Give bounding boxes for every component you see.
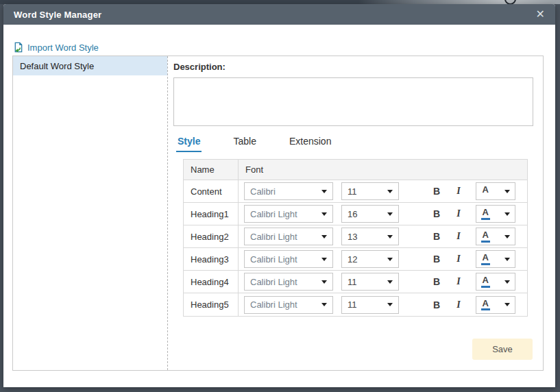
font-color-icon: A — [481, 275, 490, 288]
font-color-icon: A — [481, 253, 490, 265]
font-color-icon: A — [481, 230, 490, 243]
import-word-style-link[interactable]: Import Word Style — [13, 42, 99, 53]
tab-extension[interactable]: Extension — [288, 134, 332, 152]
tab-bar: Style Table Extension — [173, 134, 537, 152]
font-family-select[interactable]: Calibri Light — [244, 250, 333, 268]
chevron-down-icon — [504, 212, 510, 216]
font-size-select[interactable]: 11 — [341, 182, 399, 200]
chevron-down-icon — [321, 235, 327, 238]
import-icon — [13, 42, 23, 53]
header-font: Font — [239, 160, 527, 180]
font-family-select[interactable]: Calibri Light — [244, 205, 333, 223]
font-size-select[interactable]: 16 — [341, 205, 399, 223]
chevron-down-icon — [387, 212, 393, 216]
font-family-select[interactable]: Calibri Light — [244, 296, 333, 314]
font-size-select[interactable]: 11 — [341, 273, 399, 291]
chevron-down-icon — [504, 303, 510, 306]
table-row: Heading2 Calibri Light 13 B I — [184, 225, 527, 248]
chevron-down-icon — [504, 190, 510, 193]
list-item-default-word-style[interactable]: Default Word Style — [13, 56, 167, 75]
header-name: Name — [184, 160, 239, 180]
table-row: Heading1 Calibri Light 16 B I — [184, 203, 527, 225]
chevron-down-icon — [321, 303, 327, 306]
list-item-label: Default Word Style — [20, 61, 94, 71]
italic-button[interactable]: I — [456, 276, 460, 287]
description-textarea[interactable] — [173, 77, 533, 126]
style-name: Heading4 — [184, 271, 239, 293]
font-color-icon: A — [481, 299, 490, 311]
table-row: Heading4 Calibri Light 11 B I — [184, 271, 527, 293]
bold-button[interactable]: B — [433, 254, 440, 265]
tab-style[interactable]: Style — [176, 134, 202, 152]
italic-button[interactable]: I — [456, 254, 460, 265]
content-box: Default Word Style Description: Style Ta… — [12, 56, 544, 371]
chevron-down-icon — [387, 258, 393, 261]
italic-button[interactable]: I — [456, 231, 460, 242]
font-color-select[interactable]: A — [476, 250, 515, 268]
import-link-label: Import Word Style — [27, 42, 99, 53]
tab-table[interactable]: Table — [232, 134, 257, 152]
font-color-select[interactable]: A — [476, 273, 515, 291]
font-size-select[interactable]: 13 — [341, 228, 399, 245]
font-color-icon: A — [481, 208, 490, 220]
save-button[interactable]: Save — [472, 339, 533, 360]
font-color-select[interactable]: A — [476, 296, 515, 314]
description-label: Description: — [173, 62, 537, 72]
font-family-select[interactable]: Calibri Light — [244, 273, 333, 291]
close-icon[interactable]: ✕ — [536, 9, 545, 20]
font-color-icon: A — [481, 185, 490, 197]
bold-button[interactable]: B — [433, 299, 440, 310]
font-color-select[interactable]: A — [476, 228, 515, 245]
font-family-select[interactable]: Calibri Light — [244, 228, 333, 245]
table-header-row: Name Font — [184, 160, 527, 180]
font-color-select[interactable]: A — [476, 182, 515, 200]
word-style-manager-dialog: Word Style Manager ✕ Import Word Style D… — [3, 4, 555, 387]
style-table: Name Font Content Calibri 11 — [183, 159, 528, 317]
italic-button[interactable]: I — [456, 299, 460, 310]
chevron-down-icon — [504, 280, 510, 284]
style-detail-panel: Description: Style Table Extension Name … — [168, 56, 543, 370]
dialog-title: Word Style Manager — [14, 10, 101, 20]
italic-button[interactable]: I — [456, 208, 460, 219]
bold-button[interactable]: B — [433, 186, 440, 197]
bold-button[interactable]: B — [433, 276, 440, 287]
bold-button[interactable]: B — [433, 231, 440, 242]
table-row: Content Calibri 11 B I — [184, 180, 527, 203]
chevron-down-icon — [321, 190, 327, 193]
chevron-down-icon — [504, 235, 510, 238]
chevron-down-icon — [387, 190, 393, 193]
chevron-down-icon — [387, 235, 393, 238]
italic-button[interactable]: I — [456, 186, 460, 197]
style-name: Heading3 — [184, 248, 239, 270]
dialog-titlebar: Word Style Manager ✕ — [3, 4, 555, 25]
chevron-down-icon — [387, 303, 393, 306]
table-row: Heading3 Calibri Light 12 B I — [184, 248, 527, 271]
table-row: Heading5 Calibri Light 11 B I — [184, 293, 527, 316]
chevron-down-icon — [321, 280, 327, 284]
style-name: Content — [184, 180, 239, 202]
chevron-down-icon — [321, 258, 327, 261]
style-name: Heading5 — [184, 293, 239, 316]
bold-button[interactable]: B — [433, 208, 440, 219]
font-family-select[interactable]: Calibri — [244, 182, 333, 200]
font-size-select[interactable]: 12 — [341, 250, 399, 268]
dialog-body: Import Word Style Default Word Style Des… — [3, 25, 555, 387]
style-name: Heading2 — [184, 225, 239, 247]
font-size-select[interactable]: 11 — [341, 296, 399, 314]
style-name: Heading1 — [184, 203, 239, 225]
chevron-down-icon — [321, 212, 327, 216]
chevron-down-icon — [504, 258, 510, 261]
font-color-select[interactable]: A — [476, 205, 515, 223]
chevron-down-icon — [387, 280, 393, 284]
style-list-panel: Default Word Style — [13, 56, 168, 370]
